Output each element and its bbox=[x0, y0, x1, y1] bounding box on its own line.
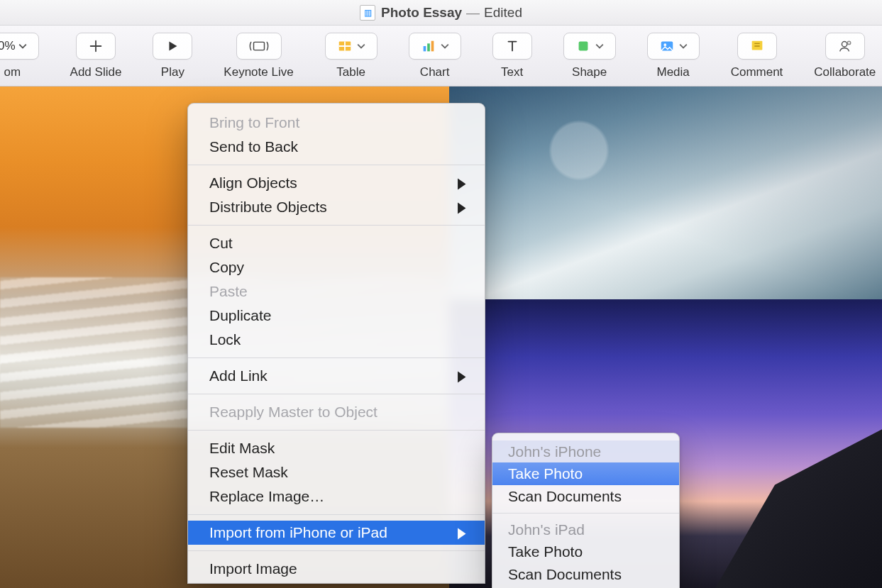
menu-separator bbox=[188, 357, 485, 358]
table-icon bbox=[337, 38, 353, 54]
comment-group: Comment bbox=[731, 33, 783, 79]
menu-reset-mask[interactable]: Reset Mask bbox=[188, 460, 485, 484]
menu-distribute-objects[interactable]: Distribute Objects▶ bbox=[188, 195, 485, 219]
zoom-button[interactable]: 0% bbox=[0, 33, 39, 60]
menu-separator bbox=[188, 430, 485, 431]
menu-separator bbox=[188, 225, 485, 226]
chevron-down-icon bbox=[441, 38, 449, 54]
menu-import-image[interactable]: Import Image bbox=[188, 557, 485, 583]
menu-edit-mask[interactable]: Edit Mask bbox=[188, 436, 485, 460]
media-button[interactable] bbox=[647, 33, 700, 60]
submenu-arrow-icon: ▶ bbox=[458, 523, 466, 541]
toolbar: 0% om Add Slide Play Keynote Live bbox=[0, 26, 882, 87]
import-device-submenu: John's iPhone Take Photo Scan Documents … bbox=[492, 433, 680, 588]
menu-separator bbox=[188, 514, 485, 515]
table-button[interactable] bbox=[325, 33, 377, 60]
submenu-arrow-icon: ▶ bbox=[458, 198, 466, 216]
photo-icy-lake[interactable] bbox=[449, 87, 882, 299]
shape-group: Shape bbox=[563, 33, 616, 79]
text-group: Text bbox=[492, 33, 532, 79]
menu-align-objects[interactable]: Align Objects▶ bbox=[188, 171, 485, 195]
window-titlebar: ▥ Photo Essay — Edited bbox=[0, 0, 882, 26]
media-group: Media bbox=[647, 33, 700, 79]
collaborate-label: Collaborate bbox=[814, 65, 876, 79]
document-title: Photo Essay bbox=[381, 5, 462, 21]
svg-point-7 bbox=[663, 43, 666, 46]
svg-point-9 bbox=[842, 42, 847, 47]
keynote-live-label: Keynote Live bbox=[224, 65, 293, 79]
chevron-down-icon bbox=[357, 38, 365, 54]
svg-rect-3 bbox=[427, 43, 430, 51]
submenu-take-photo-iphone[interactable]: Take Photo bbox=[492, 462, 679, 485]
table-group: Table bbox=[325, 33, 377, 79]
menu-lock[interactable]: Lock bbox=[188, 328, 485, 352]
menu-cut[interactable]: Cut bbox=[188, 231, 485, 255]
table-label: Table bbox=[336, 65, 365, 79]
zoom-group: 0% om bbox=[0, 33, 39, 79]
submenu-take-photo-ipad[interactable]: Take Photo bbox=[492, 540, 679, 563]
collaborate-button[interactable] bbox=[825, 33, 865, 60]
keynote-doc-icon: ▥ bbox=[360, 5, 375, 21]
chevron-down-icon bbox=[595, 38, 604, 54]
comment-icon bbox=[749, 38, 765, 54]
chart-label: Chart bbox=[420, 65, 450, 79]
menu-separator bbox=[188, 550, 485, 551]
svg-rect-5 bbox=[578, 42, 588, 51]
chart-group: Chart bbox=[409, 33, 461, 79]
zoom-label: om bbox=[4, 65, 21, 79]
submenu-device-ipad-header: John's iPad bbox=[492, 518, 679, 540]
add-slide-label: Add Slide bbox=[70, 65, 122, 79]
menu-send-to-back[interactable]: Send to Back bbox=[188, 135, 485, 159]
comment-label: Comment bbox=[731, 65, 783, 79]
menu-separator bbox=[188, 165, 485, 165]
add-slide-group: Add Slide bbox=[70, 33, 122, 79]
menu-paste: Paste bbox=[188, 279, 485, 304]
broadcast-icon bbox=[248, 38, 270, 54]
comment-button[interactable] bbox=[737, 33, 777, 60]
menu-bring-to-front: Bring to Front bbox=[188, 111, 485, 135]
play-button[interactable] bbox=[153, 33, 192, 60]
svg-rect-8 bbox=[751, 41, 762, 50]
keynote-live-group: Keynote Live bbox=[224, 33, 293, 79]
play-label: Play bbox=[161, 65, 184, 79]
menu-reapply-master: Reapply Master to Object bbox=[188, 400, 485, 424]
add-slide-button[interactable] bbox=[76, 33, 116, 60]
submenu-scan-documents-ipad[interactable]: Scan Documents bbox=[492, 563, 679, 588]
shape-label: Shape bbox=[572, 65, 607, 79]
title-separator: — bbox=[466, 5, 480, 21]
menu-duplicate[interactable]: Duplicate bbox=[188, 304, 485, 328]
menu-add-link[interactable]: Add Link▶ bbox=[188, 364, 485, 388]
collaborate-group: Collaborate bbox=[814, 33, 876, 79]
media-label: Media bbox=[657, 65, 690, 79]
menu-replace-image[interactable]: Replace Image… bbox=[188, 484, 485, 509]
media-icon bbox=[659, 38, 675, 54]
plus-icon bbox=[88, 38, 104, 54]
chart-button[interactable] bbox=[409, 33, 461, 60]
submenu-scan-documents-iphone[interactable]: Scan Documents bbox=[492, 485, 679, 508]
submenu-arrow-icon: ▶ bbox=[458, 174, 466, 192]
zoom-value: 0% bbox=[0, 39, 16, 53]
menu-copy[interactable]: Copy bbox=[188, 255, 485, 279]
submenu-arrow-icon: ▶ bbox=[458, 367, 466, 384]
shape-button[interactable] bbox=[563, 33, 616, 60]
keynote-live-button[interactable] bbox=[236, 33, 282, 60]
collaborate-icon bbox=[837, 38, 853, 54]
svg-rect-0 bbox=[253, 42, 264, 50]
menu-separator bbox=[188, 394, 485, 394]
svg-rect-4 bbox=[431, 41, 434, 52]
menu-import-from-device[interactable]: Import from iPhone or iPad▶ bbox=[188, 521, 485, 545]
chevron-down-icon bbox=[679, 38, 688, 54]
shape-icon bbox=[575, 38, 591, 54]
submenu-device-iphone-header: John's iPhone bbox=[492, 440, 679, 462]
context-menu: Bring to Front Send to Back Align Object… bbox=[187, 103, 485, 584]
play-icon bbox=[165, 38, 180, 54]
chart-icon bbox=[421, 38, 436, 54]
play-group: Play bbox=[153, 33, 192, 79]
document-status: Edited bbox=[484, 5, 522, 21]
text-icon bbox=[505, 38, 520, 54]
text-label: Text bbox=[501, 65, 523, 79]
chevron-down-icon bbox=[18, 38, 27, 54]
text-button[interactable] bbox=[492, 33, 532, 60]
svg-rect-2 bbox=[423, 46, 426, 51]
submenu-separator bbox=[492, 513, 679, 514]
